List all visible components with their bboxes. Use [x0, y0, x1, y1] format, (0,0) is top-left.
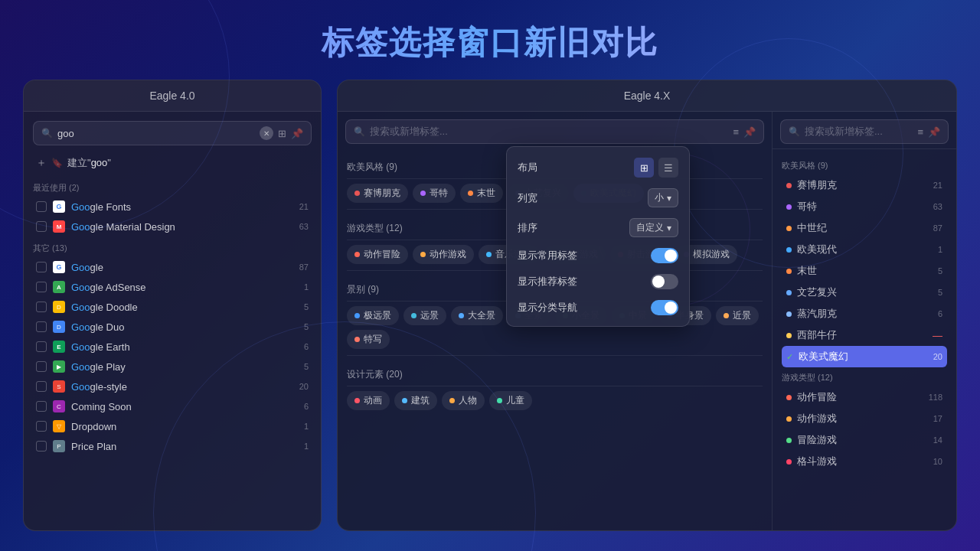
- tag-chip[interactable]: 赛博朋克: [347, 184, 408, 203]
- item-checkbox[interactable]: [36, 401, 47, 412]
- item-count: 87: [299, 262, 309, 272]
- tag-browser-pane: 🔍 搜索或新增标签... ≡ 📌 欧美风格 (9) 赛博: [338, 112, 773, 530]
- item-checkbox[interactable]: [36, 201, 47, 212]
- list-item[interactable]: D Google Doodle 5: [33, 297, 312, 317]
- entry-left: 冒险游戏: [786, 433, 837, 447]
- settings-layout-controls: ⊞ ☰: [634, 158, 678, 178]
- list-item[interactable]: M Google Material Design 63: [33, 217, 312, 236]
- list-item[interactable]: C Coming Soon 6: [33, 396, 312, 416]
- old-search-clear-button[interactable]: ✕: [260, 126, 273, 140]
- old-pin-icon[interactable]: 📌: [291, 128, 303, 139]
- settings-category-label: 显示分类导航: [518, 301, 577, 315]
- settings-common-toggle[interactable]: [651, 248, 678, 263]
- item-count: 1: [304, 282, 309, 292]
- tag-chip-label: 动作游戏: [430, 248, 466, 261]
- item-name: Google: [71, 262, 293, 273]
- item-checkbox[interactable]: [36, 441, 47, 452]
- new-right-filter-icon[interactable]: ≡: [917, 126, 923, 138]
- item-checkbox[interactable]: [36, 381, 47, 392]
- list-item[interactable]: 末世 5: [782, 260, 947, 282]
- tag-chip[interactable]: 大全景: [451, 306, 503, 325]
- list-item-active[interactable]: ✓ 欧美式魔幻 20: [782, 346, 947, 367]
- tag-chip[interactable]: 特写: [347, 330, 390, 349]
- tag-chip[interactable]: 建筑: [394, 391, 437, 410]
- entry-left: 动作游戏: [786, 412, 837, 425]
- old-create-tag-row[interactable]: ＋ 🔖 建立"goo": [33, 152, 312, 174]
- item-name: Google AdSense: [71, 282, 298, 293]
- entry-count: 17: [933, 414, 942, 423]
- item-checkbox[interactable]: [36, 421, 47, 432]
- new-right-search-placeholder[interactable]: 搜索或新增标签...: [805, 125, 913, 139]
- list-item[interactable]: G Google 87: [33, 257, 312, 277]
- tag-chip[interactable]: 极远景: [347, 306, 399, 325]
- list-item[interactable]: E Google Earth 6: [33, 337, 312, 357]
- tag-chip[interactable]: 人物: [442, 391, 485, 410]
- new-right-pin-icon[interactable]: 📌: [928, 126, 940, 138]
- settings-recommend-toggle[interactable]: [651, 274, 678, 289]
- tag-chip[interactable]: 儿童: [489, 391, 532, 410]
- new-left-search-placeholder[interactable]: 搜索或新增标签...: [370, 125, 728, 139]
- new-left-filter-icon[interactable]: ≡: [733, 126, 739, 138]
- item-checkbox[interactable]: [36, 321, 47, 332]
- list-item[interactable]: 蒸汽朋克 6: [782, 303, 947, 324]
- list-item[interactable]: 中世纪 87: [782, 217, 947, 239]
- entry-name: 格斗游戏: [797, 455, 837, 468]
- list-item[interactable]: 动作游戏 17: [782, 408, 947, 429]
- list-item[interactable]: 哥特 63: [782, 196, 947, 217]
- item-checkbox[interactable]: [36, 361, 47, 372]
- item-name: Google Earth: [71, 341, 298, 353]
- item-checkbox[interactable]: [36, 221, 47, 232]
- list-item[interactable]: 欧美现代 1: [782, 239, 947, 260]
- search-icon: 🔍: [789, 126, 800, 137]
- entry-left: 蒸汽朋克: [786, 307, 837, 321]
- item-checkbox[interactable]: [36, 341, 47, 352]
- layout-grid-button[interactable]: ⊞: [634, 158, 654, 178]
- tag-chip[interactable]: 近景: [716, 306, 759, 325]
- item-count: 1: [304, 422, 309, 431]
- list-item[interactable]: 格斗游戏 10: [782, 451, 947, 472]
- list-item[interactable]: P Price Plan 1: [33, 436, 312, 456]
- tag-chip[interactable]: 远景: [403, 306, 446, 325]
- old-split-icon[interactable]: ⊞: [278, 128, 286, 139]
- item-name: Google-style: [71, 381, 293, 393]
- old-search-bar: 🔍 goo ✕ ⊞ 📌: [33, 121, 312, 145]
- list-item[interactable]: 西部牛仔 —: [782, 324, 947, 346]
- divider: [347, 355, 763, 356]
- layout-list-button[interactable]: ☰: [658, 158, 678, 178]
- item-checkbox[interactable]: [36, 302, 47, 312]
- list-item[interactable]: 文艺复兴 5: [782, 282, 947, 303]
- list-item[interactable]: ▶ Google Play 5: [33, 357, 312, 377]
- entry-count: 10: [933, 457, 942, 466]
- item-checkbox[interactable]: [36, 262, 47, 272]
- settings-column-select[interactable]: 小 ▾: [648, 188, 678, 207]
- list-item[interactable]: 冒险游戏 14: [782, 429, 947, 451]
- settings-common-row: 显示常用标签: [518, 248, 678, 263]
- entry-left: 动作冒险: [786, 390, 837, 404]
- tag-chip[interactable]: 动作游戏: [413, 245, 474, 264]
- item-count: 20: [299, 382, 309, 391]
- list-item[interactable]: 动作冒险 118: [782, 386, 947, 408]
- list-item[interactable]: ▽ Dropdown 1: [33, 416, 312, 436]
- tag-chip[interactable]: 末世: [460, 184, 503, 203]
- settings-category-toggle[interactable]: [651, 300, 678, 315]
- settings-sort-select[interactable]: 自定义 ▾: [629, 218, 678, 237]
- panel-old-body: 🔍 goo ✕ ⊞ 📌 ＋ 🔖 建立"goo" 最近使用 (2) G Go: [24, 112, 321, 530]
- entry-left: 西部牛仔: [786, 328, 837, 342]
- item-checkbox[interactable]: [36, 282, 47, 292]
- settings-recommend-row: 显示推荐标签: [518, 274, 678, 289]
- item-count: 5: [304, 322, 309, 331]
- list-item[interactable]: D Google Duo 5: [33, 317, 312, 337]
- new-left-pin-icon[interactable]: 📌: [743, 126, 756, 138]
- tag-chip[interactable]: 动作冒险: [347, 245, 408, 264]
- tag-chip-label: 极远景: [364, 309, 391, 322]
- tag-chip[interactable]: 动画: [347, 391, 390, 410]
- list-item[interactable]: S Google-style 20: [33, 377, 312, 396]
- list-item[interactable]: A Google AdSense 1: [33, 277, 312, 297]
- old-search-value[interactable]: goo: [57, 128, 255, 139]
- new-left-search-actions: ≡ 📌: [733, 126, 756, 138]
- list-item[interactable]: 赛博朋克 21: [782, 174, 947, 196]
- tag-chip[interactable]: 哥特: [413, 184, 456, 203]
- tag-chip-label: 人物: [459, 394, 477, 407]
- favicon-style: S: [53, 380, 65, 393]
- list-item[interactable]: G Google Fonts 21: [33, 197, 312, 217]
